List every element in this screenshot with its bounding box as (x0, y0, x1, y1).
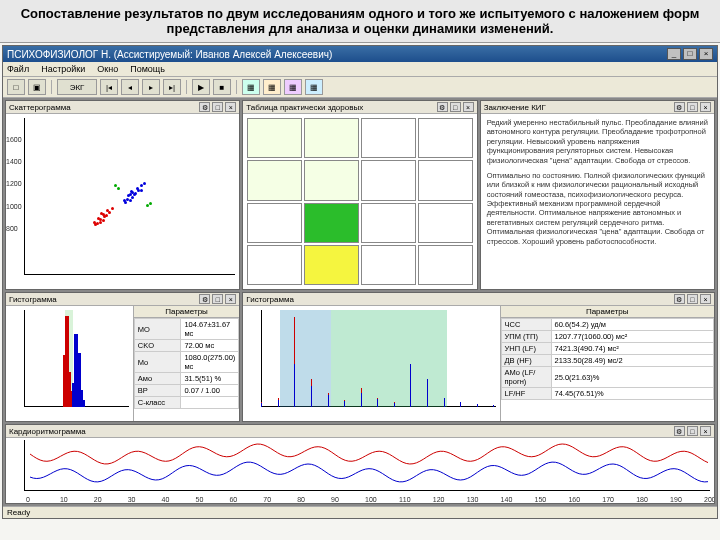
content-grid: Скаттерограмма ⚙□× 8001000120014001600 Т… (3, 98, 717, 506)
separator (186, 80, 187, 94)
titlebar: ПСИХОФИЗИОЛОГ Н. (Ассистируемый: Иванов … (3, 46, 717, 62)
panel-close-icon[interactable]: × (700, 294, 711, 304)
panel-max-icon[interactable]: □ (212, 294, 223, 304)
panel-close-icon[interactable]: × (700, 426, 711, 436)
status-bar: Ready (3, 506, 717, 518)
conclusion-text: Редкий умеренно нестабильный пульс. Прео… (481, 114, 714, 289)
last-icon[interactable]: ▸| (163, 79, 181, 95)
first-icon[interactable]: |◂ (100, 79, 118, 95)
params-table-1: Параметры МО104.67±31.67 мсCKO72.00 мсМо… (134, 306, 240, 421)
chart3-icon[interactable]: ▦ (284, 79, 302, 95)
panel-close-icon[interactable]: × (700, 102, 711, 112)
panel-close-icon[interactable]: × (225, 102, 236, 112)
healthgrid-title: Таблица практически здоровых (246, 103, 363, 112)
next-icon[interactable]: ▸ (142, 79, 160, 95)
separator (236, 80, 237, 94)
histogram-plot (6, 306, 134, 421)
panel-max-icon[interactable]: □ (687, 426, 698, 436)
panel-healthgrid: Таблица практически здоровых ⚙□× (242, 100, 477, 290)
panel-histogram: Гистограмма ⚙□× Параметры МО104.67±31.67… (5, 292, 240, 422)
toolbar: □ ▣ ЭКГ |◂ ◂ ▸ ▸| ▶ ■ ▦ ▦ ▦ ▦ (3, 77, 717, 98)
new-icon[interactable]: □ (7, 79, 25, 95)
panel-max-icon[interactable]: □ (687, 102, 698, 112)
menu-window[interactable]: Окно (97, 64, 118, 74)
histogram-title: Гистограмма (9, 295, 57, 304)
app-title: ПСИХОФИЗИОЛОГ Н. (Ассистируемый: Иванов … (7, 49, 332, 60)
conclusion-title: Заключение КИГ (484, 103, 546, 112)
chart1-icon[interactable]: ▦ (242, 79, 260, 95)
open-icon[interactable]: ▣ (28, 79, 46, 95)
menu-setup[interactable]: Настройки (41, 64, 85, 74)
chart2-icon[interactable]: ▦ (263, 79, 281, 95)
params-table-2: Параметры ЧСС60.6(54.2) уд/мУПМ (ТП)1207… (501, 306, 714, 421)
minimize-button[interactable]: _ (667, 48, 681, 60)
separator (51, 80, 52, 94)
panel-gear-icon[interactable]: ⚙ (199, 102, 210, 112)
close-button[interactable]: × (699, 48, 713, 60)
panel-gear-icon[interactable]: ⚙ (674, 294, 685, 304)
menu-file[interactable]: Файл (7, 64, 29, 74)
scatter-title: Скаттерограмма (9, 103, 71, 112)
menu-help[interactable]: Помощь (130, 64, 165, 74)
kig-plot: 0102030405060708090100110120130140150160… (6, 438, 714, 503)
panel-conclusion: Заключение КИГ ⚙□× Редкий умеренно неста… (480, 100, 715, 290)
panel-spectrum: Гистограмма ⚙□× Параметры ЧСС60.6(54.2) … (242, 292, 715, 422)
panel-gear-icon[interactable]: ⚙ (674, 102, 685, 112)
prev-icon[interactable]: ◂ (121, 79, 139, 95)
maximize-button[interactable]: □ (683, 48, 697, 60)
window-controls: _ □ × (667, 48, 713, 60)
app-window: ПСИХОФИЗИОЛОГ Н. (Ассистируемый: Иванов … (2, 45, 718, 519)
kig-title: Кардиоритмограмма (9, 427, 86, 436)
panel-max-icon[interactable]: □ (212, 102, 223, 112)
panel-max-icon[interactable]: □ (450, 102, 461, 112)
slide-title: Сопоставление результатов по двум исслед… (0, 0, 720, 43)
panel-close-icon[interactable]: × (463, 102, 474, 112)
spectrum-title: Гистограмма (246, 295, 294, 304)
panel-gear-icon[interactable]: ⚙ (437, 102, 448, 112)
panel-scatter: Скаттерограмма ⚙□× 8001000120014001600 (5, 100, 240, 290)
chart4-icon[interactable]: ▦ (305, 79, 323, 95)
health-grid (243, 114, 476, 289)
panel-gear-icon[interactable]: ⚙ (674, 426, 685, 436)
stop-icon[interactable]: ■ (213, 79, 231, 95)
play-icon[interactable]: ▶ (192, 79, 210, 95)
menubar: Файл Настройки Окно Помощь (3, 62, 717, 77)
panel-max-icon[interactable]: □ (687, 294, 698, 304)
panel-close-icon[interactable]: × (225, 294, 236, 304)
panel-gear-icon[interactable]: ⚙ (199, 294, 210, 304)
panel-kig: Кардиоритмограмма ⚙□× 010203040506070809… (5, 424, 715, 504)
scatter-plot: 8001000120014001600 (6, 114, 239, 289)
record-type[interactable]: ЭКГ (57, 79, 97, 95)
spectrum-plot (243, 306, 500, 421)
